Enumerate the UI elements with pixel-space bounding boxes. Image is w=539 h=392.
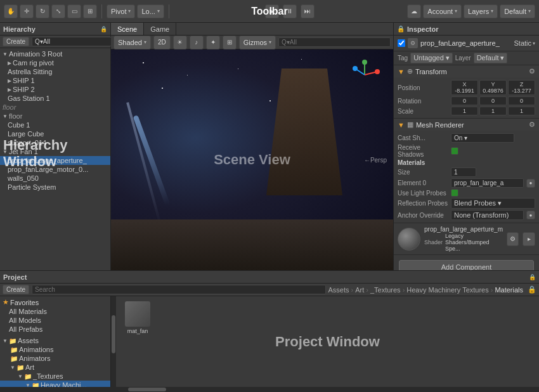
anchor-value[interactable]: None (Transform) [451,210,524,220]
hierarchy-search-input[interactable] [32,37,119,46]
animations-tree-item[interactable]: 📁 Animations [0,345,110,354]
material-more-icon[interactable]: ▸ [523,232,535,246]
position-x[interactable]: X -8.1991 [451,80,478,95]
tree-item[interactable]: Particle System [0,183,110,192]
hand-tool-btn[interactable]: ✋ [4,4,18,18]
tree-item[interactable]: ▼ floor [0,112,110,121]
project-tree-scrollbar[interactable] [111,296,116,387]
rotation-y[interactable]: 0 [479,96,507,105]
rotation-z[interactable]: 0 [508,96,535,105]
tree-item[interactable]: Astrella Sitting [0,67,110,76]
mat-element-pick-icon[interactable]: ● [526,179,535,188]
tree-item[interactable]: ▶ Cam rig pivot [0,58,110,67]
mesh-more-icon[interactable]: ⚙ [529,121,535,129]
mat-element-value[interactable]: prop_fan_large_a [451,178,524,188]
tree-item-selected[interactable]: prop_fanLarge_aperture_ [0,156,110,165]
step-button[interactable]: ⏭ [301,4,315,18]
animators-tree-item[interactable]: 📁 Animators [0,354,110,363]
project-tree-thumb[interactable] [112,315,115,353]
rect-tool-btn[interactable]: ▭ [67,4,81,18]
file-item-1[interactable]: mat_fan [119,299,157,337]
rotation-x[interactable]: 0 [451,96,478,105]
hierarchy-create-button[interactable]: Create [3,37,29,46]
transform-tool-btn[interactable]: ⊞ [83,4,97,18]
cast-shadows-dropdown[interactable]: On ▾ [451,133,514,143]
receive-shadows-checkbox[interactable] [451,147,458,155]
favorites-header[interactable]: ★ Favorites [0,297,110,307]
tag-dropdown[interactable]: Untagged ▾ [410,53,453,63]
favorites-all-materials[interactable]: All Materials [0,307,110,316]
tree-item[interactable]: Cube 1 [0,121,110,129]
scene-audio-icon[interactable]: ♪ [190,36,204,49]
tree-item[interactable]: ▼ Animation 3 Root [0,49,110,58]
add-component-button[interactable]: Add Component [399,260,534,270]
heavy-machi-tree-item[interactable]: ▼ 📁 Heavy Machi... [0,381,110,387]
favorites-all-models[interactable]: All Models [0,316,110,325]
tree-item[interactable]: walls_050 [0,174,110,183]
anchor-pick-icon[interactable]: ● [526,211,535,219]
mesh-renderer-header[interactable]: ▼ ▦ Mesh Renderer ⚙ [394,119,539,131]
scale-z[interactable]: 1 [508,107,535,115]
position-z[interactable]: Z -13.277 [508,80,535,95]
pivot-dropdown[interactable]: Pivot ▾ [107,4,135,18]
art-tree-item[interactable]: ▼ 📁 Art [0,363,110,372]
default-dropdown[interactable]: Default ▾ [500,4,535,18]
assets-tree-item[interactable]: ▼ 📁 Assets [0,336,110,345]
light-probes-checkbox[interactable] [451,189,458,197]
tree-item[interactable]: support_014 [0,138,110,147]
scene-grid-icon[interactable]: ⊞ [223,36,237,49]
position-y[interactable]: Y 0.49876 [479,80,507,95]
project-hscrollbar[interactable] [0,387,539,392]
tree-item[interactable]: ▼ Jet Fan 1 [0,147,110,156]
gizmos-dropdown[interactable]: Gizmos ▾ [239,36,276,49]
transform-more-icon[interactable]: ⚙ [529,67,535,75]
favorites-all-prefabs[interactable]: All Prefabs [0,325,110,334]
transform-expand-icon: ▼ [398,68,405,75]
rotate-tool-btn[interactable]: ↻ [36,4,49,18]
mode-2d-button[interactable]: 2D [153,36,171,49]
scene-search-input[interactable] [278,37,391,47]
tree-item[interactable]: Large Cube [0,129,110,138]
scene-fx-icon[interactable]: ✦ [206,36,220,49]
inspector-header: 🔒 Inspector [394,23,539,36]
project-search-input[interactable] [32,285,325,294]
tree-item[interactable]: prop_fanLarge_motor_0... [0,165,110,174]
scene-tab[interactable]: Scene [111,23,144,35]
account-dropdown[interactable]: Account ▾ [423,4,462,18]
pause-button[interactable]: ⏸ [283,4,297,18]
tree-item[interactable]: ▶ SHIP 2 [0,85,110,94]
hierarchy-header: Hierarchy 🔒 [0,23,110,36]
transform-body: Position X -8.1991 Y 0.49876 Z -13.277 R… [394,77,539,118]
cloud-icon[interactable]: ☁ [407,4,421,18]
layers-dropdown[interactable]: Layers ▾ [464,4,498,18]
tree-item[interactable]: Gas Station 1 [0,94,110,103]
scene-tab-bar: Scene Game [111,23,393,36]
reflection-chevron-icon: ▾ [498,199,502,207]
game-tab[interactable]: Game [144,23,176,35]
scene-view[interactable]: Scene View ←Persp [111,49,393,270]
transform-header[interactable]: ▼ ⊕ Transform ⚙ [394,65,539,77]
hierarchy-lock-icon[interactable]: 🔒 [100,26,107,32]
scale-tool-btn[interactable]: ⤡ [51,4,65,18]
layer-dropdown[interactable]: Default ▾ [474,53,508,63]
tree-item[interactable]: ▶ SHIP 1 [0,76,110,85]
move-tool-btn[interactable]: ✛ [20,4,34,18]
material-settings-icon[interactable]: ⚙ [507,232,519,246]
object-active-checkbox[interactable] [398,39,405,47]
static-toggle[interactable]: Static ▾ [514,39,535,47]
project-create-button[interactable]: Create [3,285,29,294]
shaded-dropdown[interactable]: Shaded ▾ [114,36,151,49]
breadcrumb-lock-icon[interactable]: 🔒 [528,285,536,294]
reflection-probes-dropdown[interactable]: Blend Probes ▾ [451,198,535,209]
material-preview-thumbnail[interactable] [398,228,420,251]
local-dropdown[interactable]: Lo... ▾ [137,4,164,18]
scale-x[interactable]: 1 [451,107,478,115]
scene-light-icon[interactable]: ☀ [173,36,187,49]
play-button[interactable]: ▶ [265,4,279,18]
textures-tree-item[interactable]: ▼ 📁 _Textures [0,372,110,381]
project-hscrollbar-thumb[interactable] [128,388,166,391]
project-lock-icon[interactable]: 🔒 [529,274,536,280]
mat-size-value[interactable]: 1 [451,167,476,177]
scale-y[interactable]: 1 [479,107,507,115]
persp-label: ←Persp [364,157,387,164]
